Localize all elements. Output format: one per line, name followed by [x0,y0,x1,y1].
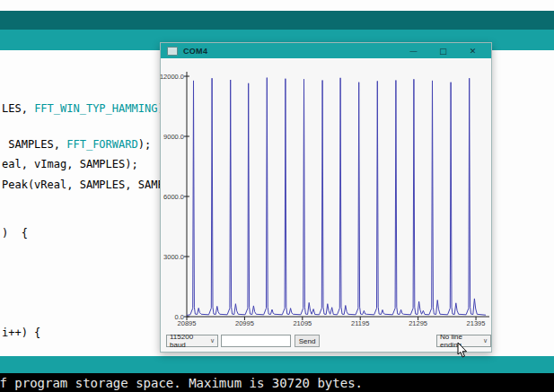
y-axis-tick-label: 6000.0 [159,193,184,201]
ide-console: of program storage space. Maximum is 307… [0,373,554,392]
code-line: i++) { [2,327,40,339]
code-line: eal, vImag, SAMPLES); [2,158,138,170]
serial-send-input[interactable] [221,335,291,347]
send-button[interactable]: Send [295,335,320,347]
console-output: of program storage space. Maximum is 307… [0,376,363,390]
ide-status-bar [0,356,554,373]
x-axis-tick-label: 21095 [285,319,321,327]
code-line: Peak(vReal, SAMPLES, SAMPL [2,179,171,191]
code-line: SAMPLES, FFT_FORWARD); [2,138,151,151]
chevron-down-icon: ∨ [210,337,215,344]
line-ending-select[interactable]: No line ending ∨ [436,335,491,347]
x-axis-tick-label: 20895 [169,319,205,327]
baud-rate-value: 115200 baud [170,333,210,349]
x-axis-tick-label: 21395 [458,319,494,327]
y-axis-tick-label: 3000.0 [159,253,184,261]
serial-monitor-window: COM4 — □ ✕ 0.03000.06000.09000.012000.02… [160,42,492,353]
line-ending-value: No line ending [440,333,483,349]
x-axis-tick-label: 20995 [226,319,262,327]
baud-rate-select[interactable]: 115200 baud ∨ [166,335,218,347]
serial-plot-chart [161,43,493,353]
x-axis-tick-label: 21195 [342,319,378,327]
y-axis-tick-label: 9000.0 [159,133,184,141]
code-line: LES, FFT_WIN_TYP_HAMMING); [2,102,171,115]
os-titlebar-strip [0,0,554,11]
y-axis-tick-label: 12000.0 [159,73,184,81]
chevron-down-icon: ∨ [483,337,488,344]
code-line: ) { [2,227,28,240]
ide-toolbar [0,11,554,30]
x-axis-tick-label: 21295 [400,319,436,327]
serial-controls-bar: 115200 baud ∨ Send No line ending ∨ [161,334,491,349]
